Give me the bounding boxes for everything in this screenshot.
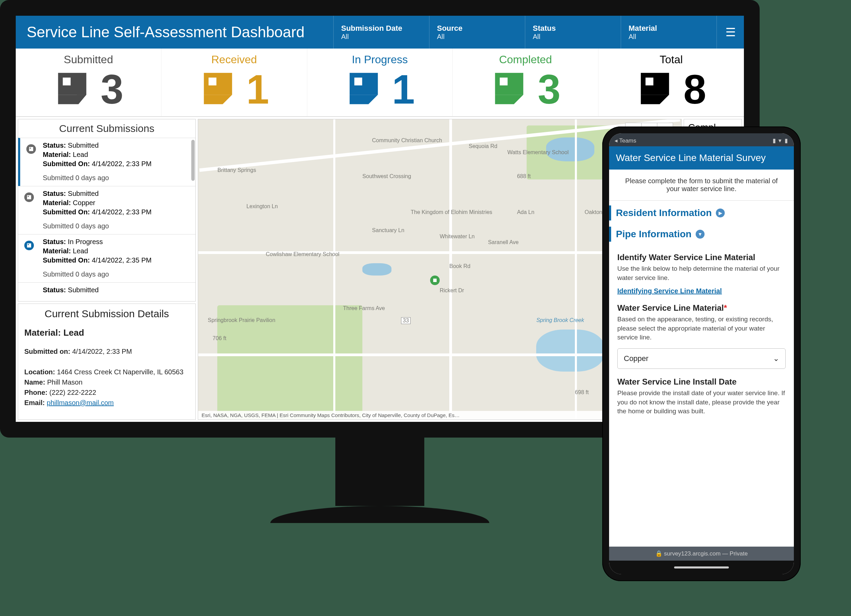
svg-rect-0 — [58, 73, 87, 95]
svg-rect-13 — [495, 73, 523, 95]
map-elev-label: 698 ft — [575, 389, 589, 396]
submission-details-panel: Current Submission Details Material: Lea… — [18, 304, 196, 420]
metric-label: Received — [161, 53, 307, 66]
submission-status: Submitted — [68, 190, 99, 197]
metric-submitted[interactable]: Submitted 3 — [16, 48, 161, 116]
svg-rect-20 — [30, 148, 31, 149]
filter-value: All — [628, 33, 709, 40]
question-help-text: Please provide the install date of your … — [617, 389, 786, 416]
monitor-stand — [335, 438, 424, 506]
svg-rect-19 — [29, 147, 33, 151]
map-place-label: Watts Elementary School — [507, 149, 569, 156]
submission-age: Submitted 0 days ago — [43, 173, 191, 183]
metric-total[interactable]: Total 8 — [598, 48, 744, 116]
form-icon — [199, 70, 237, 109]
submission-status: Submitted — [68, 286, 99, 294]
question-help-text: Use the link below to help determine the… — [617, 264, 786, 282]
identify-material-link[interactable]: Identifying Service Line Material — [617, 287, 722, 295]
home-indicator[interactable] — [674, 567, 729, 568]
detail-location: 1464 Cress Creek Ct Naperville, IL 60563 — [57, 368, 183, 376]
form-icon — [490, 70, 528, 109]
panel-title: Current Submission Details — [24, 306, 189, 321]
svg-rect-1 — [63, 78, 71, 85]
metric-label: In Progress — [307, 53, 453, 66]
menu-button[interactable]: ☰ — [717, 16, 744, 48]
map-place-label: Sanctuary Ln — [372, 227, 404, 234]
metric-value: 8 — [683, 69, 706, 110]
current-submissions-panel: Current Submissions Status: Submitted Ma… — [18, 119, 196, 301]
metric-value: 1 — [392, 69, 415, 110]
submission-date: 4/14/2022, 2:33 PM — [92, 160, 152, 168]
submission-item[interactable]: Status: Submitted Material: Copper Submi… — [18, 186, 195, 234]
detail-submitted-on: 4/14/2022, 2:33 PM — [72, 348, 132, 355]
map-place-label: The Kingdom of Elohim Ministries — [410, 209, 492, 215]
chevron-down-icon: ▼ — [696, 230, 705, 238]
map-marker-icon[interactable] — [430, 276, 440, 285]
filter-label: Material — [628, 24, 709, 33]
survey-body[interactable]: Identify Water Service Line Material Use… — [609, 243, 794, 547]
metric-label: Submitted — [16, 53, 161, 66]
map-attribution-text: Esri, NASA, NGA, USGS, FEMA | Esri Commu… — [201, 412, 460, 418]
filter-submission-date[interactable]: Submission Date All — [333, 16, 429, 48]
scrollbar[interactable] — [191, 140, 195, 181]
svg-rect-21 — [27, 195, 31, 199]
filter-label: Source — [437, 24, 517, 33]
back-to-app[interactable]: ◂ Teams — [615, 137, 636, 144]
browser-url-bar[interactable]: 🔒 survey123.arcgis.com — Private — [609, 547, 794, 561]
hamburger-icon: ☰ — [725, 25, 736, 39]
metric-inprogress[interactable]: In Progress 1 — [307, 48, 453, 116]
filter-value: All — [533, 33, 613, 40]
panel-title: Current Submissions — [18, 119, 195, 138]
map-place-label: Community Christian Church — [372, 138, 442, 144]
svg-rect-16 — [641, 73, 669, 95]
metric-value: 1 — [247, 69, 269, 110]
phone-nav-bar — [609, 561, 794, 574]
svg-rect-14 — [500, 78, 508, 85]
metric-label: Total — [598, 53, 744, 66]
submission-item[interactable]: Status: Submitted — [18, 282, 195, 297]
svg-rect-7 — [204, 73, 232, 95]
metric-value: 3 — [101, 69, 123, 110]
submission-item[interactable]: Status: In Progress Material: Lead Submi… — [18, 234, 195, 282]
select-chevron-icon: ⌄ — [773, 354, 779, 363]
detail-email-link[interactable]: phillmason@mail.com — [47, 399, 114, 406]
filter-status[interactable]: Status All — [525, 16, 621, 48]
material-select[interactable]: Copper ⌄ — [617, 348, 786, 369]
question-heading: Identify Water Service Line Material — [617, 253, 786, 262]
metric-received[interactable]: Received 1 — [161, 48, 307, 116]
chevron-right-icon: ▶ — [716, 208, 725, 217]
filter-value: All — [341, 33, 422, 40]
survey-title: Water Service Line Material Survey — [609, 146, 794, 169]
svg-marker-15 — [495, 95, 523, 104]
svg-rect-24 — [28, 244, 29, 245]
submission-status: In Progress — [68, 238, 103, 246]
phone-status-bar: ◂ Teams ▮ ▾ ▮ — [609, 133, 794, 146]
metric-row: Submitted 3 Received 1 In Progress — [16, 48, 744, 117]
map-place-label: Whitewater Ln — [440, 234, 475, 240]
svg-rect-23 — [27, 243, 31, 247]
section-pipe-info[interactable]: Pipe Information ▼ — [609, 226, 794, 242]
map-place-label: Cowlishaw Elementary School — [266, 251, 340, 258]
submission-age: Submitted 0 days ago — [43, 222, 191, 231]
submissions-list[interactable]: Status: Submitted Material: Lead Submitt… — [18, 138, 195, 301]
status-badge-icon — [24, 192, 34, 202]
section-resident-info[interactable]: Resident Information ▶ — [609, 205, 794, 220]
metric-completed[interactable]: Completed 3 — [453, 48, 598, 116]
submission-date: 4/14/2022, 2:33 PM — [92, 208, 152, 216]
svg-marker-12 — [349, 95, 378, 104]
form-icon — [53, 70, 91, 109]
detail-name: Phill Mason — [47, 378, 83, 386]
filter-source[interactable]: Source All — [429, 16, 525, 48]
filter-material[interactable]: Material All — [621, 16, 717, 48]
svg-rect-11 — [354, 78, 362, 85]
map-elev-label: 688 ft — [517, 173, 531, 180]
map-place-label: Southwest Crossing — [362, 173, 411, 180]
form-icon — [345, 70, 383, 109]
submission-age: Submitted 0 days ago — [43, 270, 191, 279]
submission-item[interactable]: Status: Submitted Material: Lead Submitt… — [18, 138, 195, 186]
map-place-label: Brittany Springs — [217, 167, 256, 173]
map-elev-label: 706 ft — [212, 335, 226, 342]
map-place-label: Book Rd — [449, 263, 470, 269]
section-heading: Resident Information — [616, 207, 712, 219]
svg-rect-22 — [28, 196, 29, 197]
